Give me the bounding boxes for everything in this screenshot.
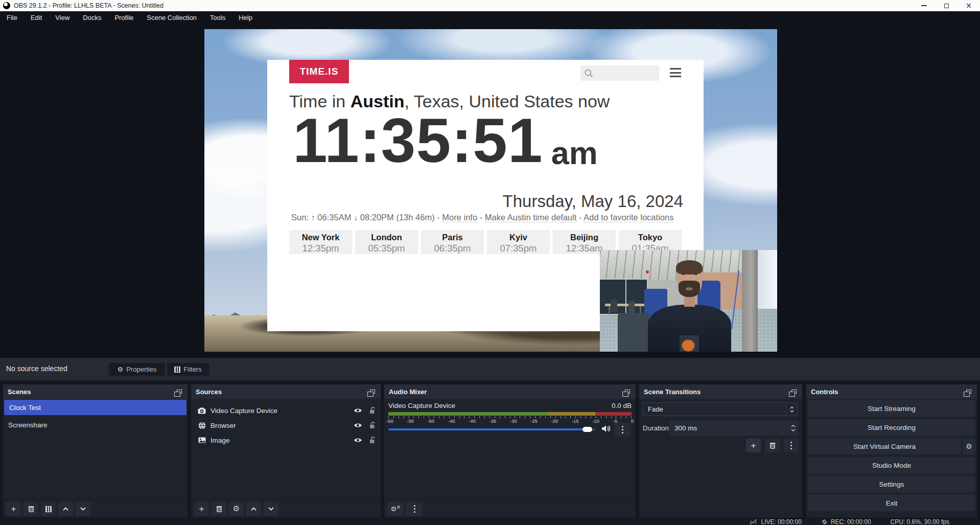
kebab-menu-icon xyxy=(414,505,415,514)
menu-help[interactable]: Help xyxy=(232,11,259,24)
rec-status: REC: 00:00:00 xyxy=(821,518,871,525)
menu-scene-collection[interactable]: Scene Collection xyxy=(140,11,203,24)
add-scene-button[interactable]: + xyxy=(6,502,21,516)
move-source-up-button[interactable] xyxy=(246,502,261,516)
scene-item-screenshare[interactable]: Screenshare xyxy=(3,417,188,432)
scene-item-clock-test[interactable]: Clock Test xyxy=(4,400,186,415)
duration-label: Duration xyxy=(643,424,669,432)
duration-spinbox[interactable]: 300 ms xyxy=(669,421,799,436)
person-eye xyxy=(695,273,697,275)
clock-meridiem: am xyxy=(551,137,598,169)
unlock-icon[interactable] xyxy=(369,437,376,444)
menu-edit[interactable]: Edit xyxy=(24,11,49,24)
stream-inactive-icon xyxy=(749,519,758,525)
transition-select[interactable]: Fade xyxy=(643,402,798,416)
gear-icon: ⚙ xyxy=(233,505,240,513)
settings-button[interactable]: Settings xyxy=(808,476,975,492)
add-transition-button[interactable]: + xyxy=(746,439,761,452)
webcam-overlay xyxy=(600,250,777,352)
transition-menu-button[interactable] xyxy=(784,439,799,452)
menu-profile[interactable]: Profile xyxy=(108,11,140,24)
menu-view[interactable]: View xyxy=(49,11,76,24)
remove-transition-button[interactable] xyxy=(765,439,780,452)
webcam-chair xyxy=(611,299,617,312)
remove-scene-button[interactable] xyxy=(24,502,38,516)
webcam-pillar xyxy=(742,250,758,352)
menu-tools[interactable]: Tools xyxy=(203,11,232,24)
visibility-eye-icon[interactable] xyxy=(354,422,362,428)
start-virtual-camera-button[interactable]: Start Virtual Camera xyxy=(808,438,961,454)
studio-mode-button[interactable]: Studio Mode xyxy=(808,457,975,473)
mixer-channel-menu-button[interactable] xyxy=(614,423,631,437)
spin-down-icon[interactable] xyxy=(791,429,796,431)
program-canvas[interactable]: TIME.IS Time in Austin, Texas, United St… xyxy=(204,29,777,352)
live-time: LIVE: 00:00:00 xyxy=(761,518,801,525)
properties-button[interactable]: ⚙ Properties xyxy=(109,363,165,376)
globe-icon xyxy=(198,422,206,429)
start-recording-button[interactable]: Start Recording xyxy=(808,419,975,436)
mixer-channel-row: Video Capture Device 0.0 dB xyxy=(388,402,632,409)
cpu-status: CPU: 0.6%, 30.00 fps xyxy=(891,518,949,525)
city-box: Kyiv07:35pm xyxy=(487,230,550,254)
virtual-camera-config-button[interactable]: ⚙ xyxy=(963,438,975,454)
unlock-icon[interactable] xyxy=(369,407,376,414)
audio-mixer-title: Audio Mixer xyxy=(389,388,427,396)
scene-transitions-panel: Scene Transitions Fade Duration 300 ms + xyxy=(639,384,802,518)
volume-slider[interactable] xyxy=(388,428,596,430)
menu-file[interactable]: File xyxy=(0,11,24,24)
timeis-sun-info: Sun: ↑ 06:35AM ↓ 08:20PM (13h 46m) - Mor… xyxy=(291,213,673,222)
scenes-panel-title: Scenes xyxy=(8,388,31,396)
scene-transitions-header: Scene Transitions xyxy=(639,384,802,399)
spin-up-icon[interactable] xyxy=(791,425,796,427)
gear-icon: ⚙ xyxy=(118,366,124,373)
scene-transitions-title: Scene Transitions xyxy=(644,388,701,396)
move-scene-down-button[interactable] xyxy=(76,502,90,516)
move-source-down-button[interactable] xyxy=(264,502,278,516)
close-button[interactable]: × xyxy=(958,0,980,11)
volume-meter-scale: -60-55-50-45-40-35-30-25-20-15-10-50 xyxy=(386,418,634,424)
visibility-eye-icon[interactable] xyxy=(354,407,362,414)
add-source-button[interactable]: + xyxy=(194,502,209,516)
sources-panel: Sources Video Capture Device Browser Ima… xyxy=(191,384,381,518)
start-streaming-button[interactable]: Start Streaming xyxy=(808,400,975,417)
speaker-icon[interactable] xyxy=(602,425,611,432)
city-box: New York12:35pm xyxy=(289,230,352,254)
chevron-down-icon xyxy=(790,410,794,413)
record-inactive-icon xyxy=(821,519,828,525)
maximize-button[interactable] xyxy=(935,0,958,11)
volume-meter xyxy=(388,412,632,416)
popout-icon xyxy=(966,390,971,394)
volume-slider-handle[interactable] xyxy=(582,427,592,432)
chevron-down-icon xyxy=(80,507,86,511)
filter-icon xyxy=(174,367,180,373)
advanced-audio-button[interactable]: ⚙⚙ xyxy=(387,502,404,516)
rec-time: REC: 00:00:00 xyxy=(831,518,871,525)
search-icon xyxy=(584,69,593,78)
scene-filters-button[interactable] xyxy=(41,502,56,516)
minimize-icon xyxy=(921,5,927,6)
exit-button[interactable]: Exit xyxy=(808,495,975,511)
trash-icon xyxy=(28,506,34,512)
visibility-eye-icon[interactable] xyxy=(354,437,362,443)
move-scene-up-button[interactable] xyxy=(58,502,73,516)
source-item-image[interactable]: Image xyxy=(191,432,381,448)
controls-panel: Controls Start Streaming Start Recording… xyxy=(806,384,977,518)
kebab-menu-icon xyxy=(622,425,623,435)
source-item-browser[interactable]: Browser xyxy=(191,418,381,433)
webcam-chair xyxy=(628,301,635,313)
hamburger-menu-icon xyxy=(670,68,681,77)
mixer-menu-button[interactable] xyxy=(406,502,423,516)
unlock-icon[interactable] xyxy=(369,422,376,429)
audio-mixer-panel: Audio Mixer Video Capture Device 0.0 dB … xyxy=(384,384,636,518)
source-properties-button[interactable]: ⚙ xyxy=(229,502,244,516)
transition-buttons: + xyxy=(639,439,799,452)
chevron-up-icon xyxy=(790,406,794,409)
remove-source-button[interactable] xyxy=(212,502,226,516)
menubar: File Edit View Docks Profile Scene Colle… xyxy=(0,11,980,24)
controls-title: Controls xyxy=(811,388,838,396)
filters-button[interactable]: Filters xyxy=(167,363,209,376)
source-item-video-capture[interactable]: Video Capture Device xyxy=(191,403,381,418)
minimize-button[interactable] xyxy=(913,0,935,11)
clock-digits: 11:35:51 xyxy=(293,109,543,172)
menu-docks[interactable]: Docks xyxy=(76,11,108,24)
